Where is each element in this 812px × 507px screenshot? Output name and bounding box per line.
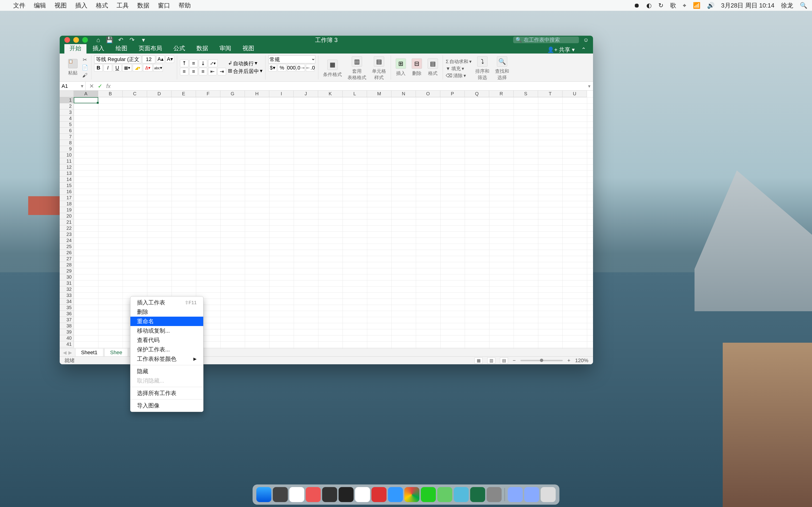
menu-format[interactable]: 格式 [96,1,108,10]
row-header[interactable]: 7 [60,134,74,140]
row-header[interactable]: 25 [60,244,74,250]
bold-button[interactable]: B [94,64,103,72]
column-header[interactable]: P [440,91,465,97]
conditional-format-button[interactable]: ▦条件格式 [321,59,344,78]
window-maximize-button[interactable] [82,37,88,43]
italic-button[interactable]: I [104,64,112,72]
zoom-level[interactable]: 120% [575,357,588,363]
orientation-icon[interactable]: ⤢▾ [208,60,217,67]
tab-data[interactable]: 数据 [191,43,213,54]
status-icon[interactable]: ⏺ [634,2,640,9]
column-header[interactable]: I [269,91,294,97]
row-header[interactable]: 34 [60,298,74,305]
decrease-decimal-icon[interactable]: ←.0 [306,64,314,72]
font-color-button[interactable]: A▾ [143,64,152,72]
wrap-text-button[interactable]: ↲自动换行▾ [228,60,262,67]
increase-decimal-icon[interactable]: .0→ [297,64,305,72]
dock-app-icon[interactable] [306,487,321,502]
decrease-font-icon[interactable]: A▾ [166,55,174,63]
dock-app-icon[interactable] [388,487,403,502]
row-header[interactable]: 19 [60,207,74,213]
row-header[interactable]: 31 [60,280,74,286]
align-center-icon[interactable]: ≡ [189,68,198,75]
zoom-in-icon[interactable]: + [567,357,570,363]
row-header[interactable]: 27 [60,256,74,262]
wifi-icon[interactable]: 📶 [693,2,700,9]
menu-file[interactable]: 文件 [13,1,26,10]
zoom-slider[interactable] [520,360,563,361]
column-header[interactable]: Q [465,91,489,97]
menu-help[interactable]: 帮助 [179,1,191,10]
column-header[interactable]: D [147,91,171,97]
sheet-prev-icon[interactable]: ◀ [63,350,66,355]
row-header[interactable]: 30 [60,274,74,280]
row-header[interactable]: 35 [60,305,74,311]
row-header[interactable]: 41 [60,341,74,347]
row-header[interactable]: 11 [60,158,74,164]
row-header[interactable]: 1 [60,97,74,103]
menu-tools[interactable]: 工具 [116,1,129,10]
qat-dropdown-icon[interactable]: ▾ [140,37,147,43]
name-box[interactable]: A1▾ [60,82,86,91]
row-header[interactable]: 39 [60,329,74,335]
view-page-break-icon[interactable]: ▤ [500,357,508,363]
expand-formula-icon[interactable]: ▾ [586,83,593,89]
save-icon[interactable]: 💾 [106,37,113,43]
column-header[interactable]: A [74,91,98,97]
row-header[interactable]: 29 [60,268,74,274]
cm-protect[interactable]: 保护工作表... [131,345,203,354]
dock-app-icon[interactable] [322,487,337,502]
view-page-layout-icon[interactable]: ▥ [487,357,495,363]
column-header[interactable]: M [367,91,392,97]
sheet-tab-2[interactable]: Shee [104,348,128,356]
tab-insert[interactable]: 插入 [87,43,109,54]
cancel-formula-icon[interactable]: ✕ [89,83,94,90]
menu-data[interactable]: 数据 [137,1,149,10]
tab-layout[interactable]: 页面布局 [134,43,167,54]
underline-button[interactable]: U [113,64,121,72]
cell-style-button[interactable]: ▤单元格 样式 [370,55,388,82]
row-header[interactable]: 2 [60,103,74,109]
row-header[interactable]: 28 [60,262,74,268]
redo-icon[interactable]: ↷ [129,37,135,43]
cut-icon[interactable]: ✂ [81,56,88,63]
fill-button[interactable]: ▼填充▾ [446,65,471,72]
menu-view[interactable]: 视图 [54,1,67,10]
row-header[interactable]: 23 [60,231,74,237]
column-header[interactable]: G [220,91,245,97]
cm-rename[interactable]: 重命名 [131,317,203,326]
dock-trash-icon[interactable] [541,487,556,502]
dock-app-icon[interactable] [487,487,502,502]
fx-icon[interactable]: fx [106,83,111,90]
align-bottom-icon[interactable]: ⤓ [199,60,207,67]
row-header[interactable]: 32 [60,286,74,292]
dock-app-icon[interactable] [289,487,304,502]
merge-center-button[interactable]: ⊞合并后居中▾ [228,68,262,75]
currency-icon[interactable]: $▾ [268,64,277,72]
row-header[interactable]: 22 [60,225,74,231]
dock-calendar-icon[interactable] [355,487,370,502]
tab-formulas[interactable]: 公式 [168,43,190,54]
view-normal-icon[interactable]: ▦ [474,357,483,363]
column-header[interactable]: K [318,91,343,97]
insert-cells-button[interactable]: ⊞插入 [394,58,408,77]
column-header[interactable]: T [538,91,562,97]
increase-font-icon[interactable]: A▴ [156,55,165,63]
column-header[interactable]: F [196,91,220,97]
enter-formula-icon[interactable]: ✓ [98,83,102,90]
collapse-ribbon-icon[interactable]: ⌃ [581,47,586,53]
autosum-button[interactable]: Σ自动求和▾ [446,58,471,65]
row-header[interactable]: 9 [60,146,74,152]
column-header[interactable]: O [416,91,440,97]
tab-draw[interactable]: 绘图 [110,43,133,54]
cm-insert-sheet[interactable]: 插入工作表⇧F11 [131,298,203,307]
column-header[interactable]: J [294,91,318,97]
dock-app-icon[interactable] [371,487,387,502]
row-header[interactable]: 12 [60,164,74,170]
undo-icon[interactable]: ↶ [117,37,124,43]
dock-terminal-icon[interactable] [339,487,354,502]
phonetic-button[interactable]: abc▾ [153,64,163,72]
active-cell[interactable] [74,97,98,103]
delete-cells-button[interactable]: ⊟删除 [410,58,424,77]
sort-filter-button[interactable]: ⤵排序和 筛选 [473,55,491,82]
